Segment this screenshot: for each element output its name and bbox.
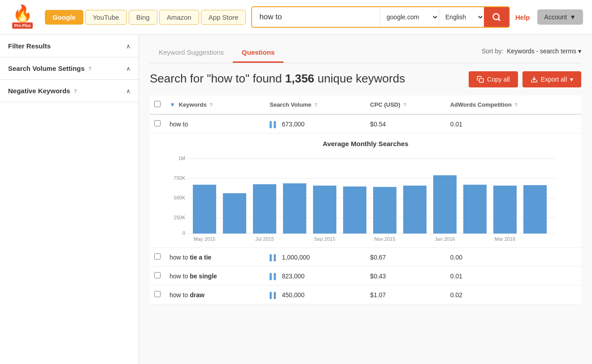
result-tabs-left: Keyword Suggestions Questions — [150, 43, 283, 63]
volume-value-2: 1,000,000 — [282, 254, 310, 261]
volume-value-3: 823,000 — [282, 273, 305, 280]
row-volume-4: ▌▌ 450,000 — [265, 286, 366, 304]
svg-text:500K: 500K — [174, 195, 185, 200]
tab-google[interactable]: Google — [45, 10, 83, 25]
row-cpc-1: $0.54 — [366, 114, 445, 134]
search-volume-help-icon[interactable]: ? — [88, 66, 91, 72]
logo-badge: Pro Plus — [12, 22, 33, 29]
keywords-table: ▼ Keywords ? Search Volume ? CPC (USD) ?… — [150, 95, 581, 304]
row-competition-2: 0.00 — [446, 248, 581, 267]
row-check-2 — [150, 248, 165, 267]
results-header: Search for "how to" found 1,356 unique k… — [150, 71, 581, 87]
tab-amazon[interactable]: Amazon — [159, 10, 199, 25]
negative-keywords-header[interactable]: Negative Keywords ? ∧ — [0, 80, 139, 102]
tab-appstore[interactable]: App Store — [201, 10, 246, 25]
language-select[interactable]: English Spanish French — [439, 9, 484, 26]
account-button[interactable]: Account ▼ — [537, 9, 583, 25]
competition-header-label: AdWords Competition — [450, 101, 512, 108]
keyword-prefix-2: how to — [170, 254, 190, 261]
sort-chevron-icon: ▾ — [578, 48, 581, 55]
row-keyword-4: how to draw — [165, 286, 265, 304]
row-checkbox-3[interactable] — [154, 272, 161, 278]
header: 🔥 Pro Plus Google YouTube Bing Amazon Ap… — [0, 0, 592, 35]
volume-header-label: Search Volume — [270, 101, 311, 108]
tab-bing[interactable]: Bing — [129, 10, 157, 25]
table-row: how to draw ▌▌ 450,000 $1.07 0.02 — [150, 286, 581, 304]
chart-container: Average Monthly Searches 1M 750K 500K 25… — [150, 134, 581, 247]
search-volume-header[interactable]: Search Volume Settings ? ∧ — [0, 57, 139, 79]
svg-rect-22 — [433, 175, 457, 234]
keyword-bold-2[interactable]: tie a tie — [190, 254, 211, 261]
row-keyword-1: how to — [165, 114, 265, 134]
keyword-text-1[interactable]: how to — [170, 121, 188, 128]
search-input[interactable] — [252, 8, 380, 26]
sort-label: Sort by: — [482, 48, 503, 55]
svg-rect-15 — [223, 193, 246, 234]
col-keywords-header: ▼ Keywords ? — [165, 95, 265, 114]
svg-rect-23 — [463, 185, 487, 234]
sidebar: Filter Results ∧ Search Volume Settings … — [0, 35, 139, 364]
tab-keyword-suggestions[interactable]: Keyword Suggestions — [150, 43, 233, 63]
negative-keywords-help-icon[interactable]: ? — [74, 88, 77, 95]
logo-area: 🔥 Pro Plus — [9, 5, 36, 29]
tab-questions[interactable]: Questions — [233, 43, 283, 63]
svg-text:0: 0 — [183, 230, 185, 236]
help-link[interactable]: Help — [515, 13, 530, 21]
result-tabs-row: Keyword Suggestions Questions Sort by: K… — [150, 43, 581, 63]
col-check-header — [150, 95, 165, 114]
keyword-bold-4[interactable]: draw — [190, 291, 205, 299]
row-check-1 — [150, 114, 165, 134]
sidebar-section-volume: Search Volume Settings ? ∧ — [0, 57, 139, 80]
row-competition-3: 0.01 — [446, 267, 581, 286]
table-row: how to be single ▌▌ 823,000 $0.43 0.01 — [150, 267, 581, 286]
competition-help-icon[interactable]: ? — [514, 102, 518, 108]
svg-text:1M: 1M — [178, 156, 185, 161]
negative-keywords-label: Negative Keywords ? — [8, 87, 77, 95]
filter-results-header[interactable]: Filter Results ∧ — [0, 35, 139, 57]
svg-text:Jan 2016: Jan 2016 — [435, 236, 455, 242]
header-right: Help Account ▼ — [515, 9, 583, 25]
copy-all-button[interactable]: Copy all — [469, 71, 518, 87]
volume-chevron-icon: ∧ — [126, 65, 131, 72]
svg-rect-17 — [283, 183, 306, 234]
keyword-bold-3[interactable]: be single — [190, 273, 217, 280]
svg-rect-19 — [343, 186, 366, 234]
svg-text:Nov 2015: Nov 2015 — [374, 236, 395, 242]
row-checkbox-4[interactable] — [154, 291, 161, 297]
row-cpc-3: $0.43 — [366, 267, 445, 286]
svg-text:250K: 250K — [174, 215, 185, 220]
cpc-help-icon[interactable]: ? — [403, 102, 406, 108]
filter-chevron-icon: ∧ — [126, 43, 131, 50]
sidebar-section-filter: Filter Results ∧ — [0, 35, 139, 57]
negative-chevron-icon: ∧ — [126, 87, 131, 95]
svg-text:Jul 2015: Jul 2015 — [255, 236, 274, 242]
chart-title: Average Monthly Searches — [159, 140, 572, 147]
search-volume-label: Search Volume Settings ? — [8, 65, 91, 72]
row-checkbox-1[interactable] — [154, 120, 161, 126]
keyword-prefix-4: how to — [170, 291, 190, 299]
search-button[interactable] — [484, 7, 509, 27]
svg-line-1 — [498, 19, 500, 21]
copy-icon — [477, 76, 484, 83]
svg-rect-2 — [479, 78, 483, 82]
export-all-button[interactable]: Export all ▾ — [522, 71, 581, 87]
export-chevron-icon: ▾ — [570, 76, 573, 83]
row-volume-3: ▌▌ 823,000 — [265, 267, 366, 286]
domain-select[interactable]: google.com google.co.uk google.ca — [380, 9, 439, 26]
svg-text:May 2015: May 2015 — [194, 236, 215, 242]
row-keyword-2: how to tie a tie — [165, 248, 265, 267]
keywords-help-icon[interactable]: ? — [209, 102, 213, 108]
row-keyword-3: how to be single — [165, 267, 265, 286]
sort-value: Keywords - search terms — [507, 48, 576, 55]
svg-text:750K: 750K — [174, 175, 185, 181]
volume-help-icon[interactable]: ? — [314, 102, 318, 108]
filter-results-label: Filter Results — [8, 42, 51, 50]
select-all-checkbox[interactable] — [154, 101, 161, 107]
row-checkbox-2[interactable] — [154, 253, 161, 260]
download-icon — [531, 76, 538, 83]
sort-dropdown[interactable]: Keywords - search terms ▾ — [507, 48, 581, 55]
keywords-header-label: Keywords — [179, 101, 207, 108]
tab-youtube[interactable]: YouTube — [85, 10, 127, 25]
col-cpc-header: CPC (USD) ? — [366, 95, 445, 114]
row-volume-2: ▌▌ 1,000,000 — [265, 248, 366, 267]
